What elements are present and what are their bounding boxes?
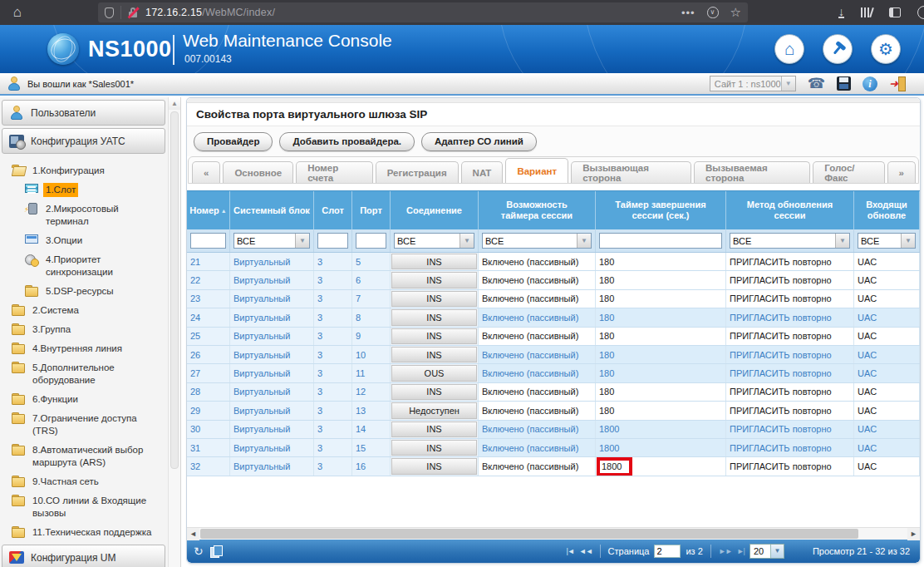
cell-connection[interactable]: INS (391, 346, 479, 363)
sidebar-scrollbar[interactable]: ▲ (168, 97, 180, 567)
account-icon[interactable] (917, 6, 924, 19)
tree-item-10[interactable]: 5.Дополнительное оборудование (12, 358, 165, 390)
prev-page-icon[interactable]: ◄◄ (579, 547, 592, 555)
phone-icon[interactable]: ☎ (808, 75, 825, 92)
scrollbar-thumb[interactable] (170, 111, 179, 469)
insecure-lock-icon[interactable] (128, 7, 138, 17)
tree-item-9[interactable]: 4.Внутренняя линия (12, 339, 165, 358)
sidebar-section-users[interactable]: Пользователи (2, 100, 165, 126)
table-row[interactable]: 22Виртуальный36INSВключено (пассивный)18… (187, 271, 920, 289)
sidebar-toggle-icon[interactable] (889, 7, 901, 17)
table-row[interactable]: 27Виртуальный311OUSВключено (пассивный)1… (187, 364, 920, 382)
column-header-2[interactable]: Системный блок (230, 191, 314, 229)
tree-item-8[interactable]: 3.Группа (12, 320, 165, 339)
tree-item-6[interactable]: 5.DSP-ресурсы (12, 282, 165, 301)
cell-connection[interactable]: INS (391, 271, 479, 288)
tools-button[interactable] (823, 34, 853, 64)
table-row[interactable]: 31Виртуальный315INSВключено (пассивный)1… (187, 439, 920, 457)
hscrollbar-thumb[interactable] (200, 529, 858, 539)
cell-connection[interactable]: OUS (391, 364, 479, 382)
bookmark-star-icon[interactable]: ☆ (730, 5, 741, 20)
cell-connection[interactable]: INS (391, 308, 479, 326)
tab-9[interactable]: Голос/Факс (813, 161, 884, 183)
first-page-icon[interactable]: |◄ (567, 547, 574, 555)
browser-home-icon[interactable]: ⌂ (8, 3, 27, 22)
chevron-down-icon[interactable]: ▼ (295, 234, 309, 248)
tab-8[interactable]: Вызываемая сторона (694, 161, 810, 183)
tab-2[interactable]: Основное (223, 161, 293, 183)
next-page-icon[interactable]: ►► (719, 547, 732, 555)
sidebar-section-um-config[interactable]: Конфигурация UM (2, 545, 165, 567)
tracking-shield-icon[interactable] (105, 7, 114, 18)
filter-input-1[interactable] (190, 233, 226, 249)
table-row[interactable]: 23Виртуальный37INSВключено (пассивный)18… (187, 290, 920, 308)
column-header-3[interactable]: Слот (314, 191, 352, 229)
tree-item-12[interactable]: 7.Ограничение доступа (TRS) (12, 409, 165, 441)
filter-select-2[interactable]: ВСЕ▼ (233, 233, 310, 249)
filter-select-6[interactable]: ВСЕ▼ (482, 233, 592, 249)
column-header-8[interactable]: Метод обновлениясессии (726, 191, 854, 229)
tab-6[interactable]: Вариант (505, 158, 568, 183)
table-row[interactable]: 25Виртуальный39INSВключено (пассивный)18… (187, 328, 920, 346)
connection-status-button[interactable]: INS (391, 328, 477, 344)
table-row[interactable]: 32Виртуальный316INSВключено (пассивный)1… (187, 457, 920, 476)
toolbar-button-1[interactable]: Провайдер (194, 132, 273, 151)
copy-pages-icon[interactable] (210, 545, 221, 557)
tree-item-15[interactable]: 10.СО линии & Входящие вызовы (12, 491, 165, 523)
page-actions-icon[interactable]: ••• (681, 7, 695, 19)
tab-4[interactable]: Регистрация (376, 161, 459, 183)
tree-item-16[interactable]: 11.Техническая поддержка (12, 523, 165, 542)
home-button[interactable]: ⌂ (774, 34, 804, 64)
connection-status-button[interactable]: INS (391, 254, 477, 269)
tree-item-1[interactable]: 1.Конфигурация (12, 161, 165, 180)
sidebar-section-pbx-config[interactable]: Конфигурация УАТС (2, 128, 165, 154)
pocket-icon[interactable]: ∨ (707, 7, 719, 18)
connection-status-button[interactable]: INS (391, 347, 477, 362)
table-row[interactable]: 24Виртуальный38INSВключено (пассивный)18… (187, 308, 920, 327)
connection-status-button[interactable]: INS (391, 458, 477, 474)
tab-3[interactable]: Номер счета (296, 161, 373, 183)
cell-connection[interactable]: INS (391, 421, 479, 438)
chevron-down-icon[interactable]: ▼ (577, 234, 591, 248)
downloads-icon[interactable]: ↓ (838, 7, 844, 18)
page-size-select[interactable]: 20 ▼ (750, 544, 784, 559)
site-select[interactable]: Сайт 1 : ns1000. ▼ (710, 76, 796, 91)
scroll-up-icon[interactable]: ▲ (169, 97, 180, 110)
chevron-down-icon[interactable]: ▼ (460, 234, 474, 248)
tab-10[interactable]: » (887, 161, 916, 183)
table-row[interactable]: 21Виртуальный35INSВключено (пассивный)18… (187, 253, 920, 271)
toolbar-button-3[interactable]: Адаптер СО линий (421, 132, 537, 151)
tree-item-11[interactable]: 6.Функции (12, 390, 165, 409)
url-text[interactable]: 172.16.2.15/WebMC/index/ (145, 7, 681, 18)
connection-status-button[interactable]: INS (391, 309, 477, 325)
filter-input-7[interactable] (599, 233, 722, 249)
info-icon[interactable]: i (863, 76, 877, 91)
filter-select-5[interactable]: ВСЕ▼ (394, 233, 474, 249)
settings-button[interactable]: ⚙ (871, 34, 901, 64)
tree-item-4[interactable]: 3.Опции (12, 231, 165, 250)
column-header-4[interactable]: Порт (352, 191, 391, 229)
toolbar-button-2[interactable]: Добавить провайдера. (279, 132, 415, 151)
horizontal-scrollbar[interactable]: ◄ ► (187, 527, 920, 540)
chevron-down-icon[interactable]: ▼ (781, 76, 795, 91)
connection-status-button[interactable]: INS (391, 422, 477, 437)
tree-item-13[interactable]: 8.Автоматический выбор маршрута (ARS) (12, 441, 165, 472)
table-row[interactable]: 30Виртуальный314INSВключено (пассивный)1… (187, 421, 920, 439)
connection-status-button[interactable]: INS (391, 291, 477, 307)
tab-1[interactable]: « (192, 161, 220, 183)
tab-5[interactable]: NAT (461, 161, 504, 183)
table-row[interactable]: 29Виртуальный313НедоступенВключено (пасс… (187, 402, 920, 420)
tree-item-2[interactable]: 1.Слот (12, 180, 165, 200)
connection-status-button[interactable]: Недоступен (391, 402, 477, 418)
connection-status-button[interactable]: INS (391, 440, 477, 456)
logout-icon[interactable]: ➜ (889, 76, 906, 91)
connection-status-button[interactable]: OUS (391, 365, 477, 381)
page-number-input[interactable] (654, 545, 681, 558)
column-header-6[interactable]: Возможностьтаймера сессии (479, 191, 596, 229)
cell-connection[interactable]: INS (391, 457, 479, 475)
column-header-9[interactable]: Входящиобновле (854, 191, 920, 229)
tree-item-7[interactable]: 2.Система (12, 301, 165, 320)
cell-connection[interactable]: INS (391, 328, 479, 345)
table-row[interactable]: 26Виртуальный310INSВключено (пассивный)1… (187, 346, 920, 364)
filter-select-8[interactable]: ВСЕ▼ (730, 233, 850, 249)
